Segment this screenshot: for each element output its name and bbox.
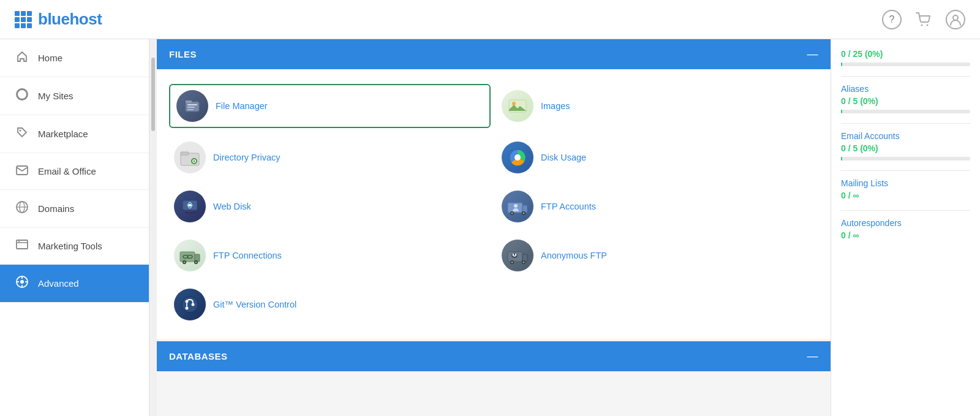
svg-point-43 [514, 204, 518, 208]
databases-header-label: DATABASES [169, 351, 228, 361]
directory-privacy-icon [174, 142, 206, 173]
images-label: Images [541, 101, 570, 111]
disk-usage-label: Disk Usage [541, 153, 586, 162]
file-manager-icon [176, 90, 208, 122]
web-disk-item[interactable]: Web Disk [169, 187, 491, 226]
mailing-lists-title: Mailing Lists [841, 178, 970, 188]
images-icon [502, 90, 533, 122]
sidebar-item-home[interactable]: Home [0, 39, 149, 77]
svg-point-40 [511, 213, 513, 214]
sidebar-item-label: Domains [38, 203, 74, 214]
directory-privacy-label: Directory Privacy [213, 153, 281, 162]
svg-rect-9 [17, 240, 28, 249]
user-icon[interactable] [946, 10, 965, 29]
disk-usage-icon [502, 142, 533, 173]
email-accounts-title: Email Accounts [841, 131, 970, 141]
svg-rect-19 [187, 107, 195, 108]
sidebar-scrollbar[interactable] [149, 39, 157, 416]
aliases-value: 0 / 5 (0%) [841, 96, 970, 106]
git-icon [174, 289, 206, 320]
git-version-control-item[interactable]: Git™ Version Control [169, 285, 491, 324]
tag-icon [15, 126, 29, 142]
aliases-bar [841, 110, 970, 113]
sidebar-item-label: Home [38, 53, 62, 63]
sidebar-item-advanced[interactable]: Advanced [0, 265, 149, 303]
files-collapse-button[interactable]: — [807, 48, 819, 61]
files-header-label: FILES [169, 49, 197, 59]
svg-point-61 [182, 297, 198, 312]
disk-usage-bar-fill [841, 62, 842, 66]
navbar-left: bluehost [15, 10, 102, 29]
svg-point-42 [523, 213, 525, 214]
databases-collapse-button[interactable]: — [807, 350, 819, 363]
wordpress-icon [15, 88, 29, 104]
cart-icon[interactable] [914, 10, 933, 29]
sidebar-item-my-sites[interactable]: My Sites [0, 77, 149, 115]
ftp-accounts-icon [502, 191, 533, 222]
svg-point-55 [511, 262, 513, 263]
advanced-icon [15, 276, 29, 291]
web-disk-icon [174, 191, 206, 222]
help-icon[interactable]: ? [882, 10, 902, 29]
files-items-grid: File Manager Images [169, 84, 818, 324]
directory-privacy-item[interactable]: Directory Privacy [169, 138, 491, 177]
anonymous-ftp-icon [502, 240, 533, 271]
svg-point-1 [927, 24, 929, 26]
svg-rect-24 [181, 152, 189, 155]
svg-rect-18 [187, 104, 197, 105]
sidebar-item-label: Advanced [38, 278, 79, 289]
navbar: bluehost ? [0, 0, 980, 39]
ftp-accounts-label: FTP Accounts [541, 202, 596, 211]
divider-2 [841, 123, 970, 124]
ftp-connections-item[interactable]: FTP Connections [169, 236, 491, 275]
images-item[interactable]: Images [497, 84, 818, 128]
svg-point-29 [514, 154, 521, 161]
file-manager-label: File Manager [216, 101, 268, 111]
ftp-accounts-item[interactable]: FTP Accounts [497, 187, 818, 226]
scrollbar-thumb [151, 58, 155, 131]
web-disk-label: Web Disk [213, 202, 251, 211]
git-version-control-label: Git™ Version Control [213, 300, 296, 309]
anonymous-ftp-item[interactable]: Anonymous FTP [497, 236, 818, 275]
stat-mailing-lists: Mailing Lists 0 / ∞ [841, 178, 970, 200]
sidebar-item-domains[interactable]: Domains [0, 190, 149, 228]
brand-name: bluehost [38, 10, 102, 29]
disk-usage-item[interactable]: Disk Usage [497, 138, 818, 177]
files-section-header: FILES — [157, 39, 831, 69]
aliases-title: Aliases [841, 84, 970, 94]
svg-rect-33 [186, 210, 194, 212]
svg-point-11 [20, 280, 24, 284]
databases-section-header: DATABASES — [157, 341, 831, 371]
sidebar-item-label: My Sites [38, 91, 74, 101]
svg-point-27 [194, 161, 195, 162]
divider-3 [841, 170, 970, 171]
sidebar-item-marketing-tools[interactable]: Marketing Tools [0, 228, 149, 265]
anonymous-ftp-label: Anonymous FTP [541, 251, 607, 260]
mailing-lists-value: 0 / ∞ [841, 191, 970, 200]
divider-4 [841, 210, 970, 211]
sidebar-item-label: Email & Office [38, 166, 96, 176]
stat-email-accounts: Email Accounts 0 / 5 (0%) [841, 131, 970, 161]
svg-point-59 [513, 254, 514, 255]
disk-usage-bar [841, 62, 970, 66]
svg-point-60 [515, 254, 516, 255]
email-accounts-bar [841, 157, 970, 161]
svg-point-64 [192, 303, 195, 306]
marketing-icon [15, 239, 29, 253]
stat-autoresponders: Autoresponders 0 / ∞ [841, 218, 970, 240]
disk-usage-value: 0 / 25 (0%) [841, 49, 970, 59]
sidebar-item-label: Marketplace [38, 129, 88, 139]
sidebar-item-marketplace[interactable]: Marketplace [0, 115, 149, 153]
svg-point-0 [921, 24, 923, 26]
svg-point-63 [186, 307, 189, 310]
sidebar-item-email-office[interactable]: Email & Office [0, 153, 149, 190]
stat-aliases: Aliases 0 / 5 (0%) [841, 84, 970, 113]
main-layout: Home My Sites Marketplace [0, 39, 980, 416]
aliases-bar-fill [841, 110, 842, 113]
file-manager-item[interactable]: File Manager [169, 84, 491, 128]
main-content: FILES — File Manager [157, 39, 831, 416]
right-panel: 0 / 25 (0%) Aliases 0 / 5 (0%) Email Acc… [831, 39, 980, 416]
divider-1 [841, 76, 970, 77]
svg-point-57 [523, 262, 525, 263]
sidebar: Home My Sites Marketplace [0, 39, 149, 416]
